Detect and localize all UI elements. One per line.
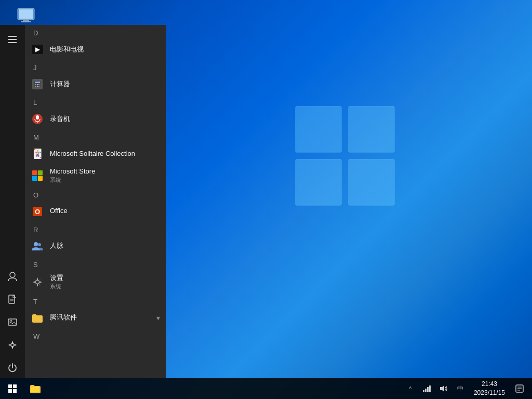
windows-logo-desktop — [293, 104, 397, 208]
taskbar: ^ 中 — [0, 378, 532, 399]
svg-rect-9 — [8, 39, 17, 40]
svg-rect-1 — [349, 107, 394, 152]
this-pc-icon — [16, 7, 36, 24]
app-item-recorder[interactable]: 录音机 — [25, 109, 166, 129]
tencent-label: 腾讯软件 — [50, 313, 77, 322]
svg-point-30 — [34, 242, 38, 246]
app-item-office[interactable]: O Office — [25, 201, 166, 222]
hamburger-icon — [8, 36, 17, 43]
svg-point-16 — [10, 320, 12, 322]
volume-icon — [440, 385, 448, 392]
language-label: 中 — [457, 384, 463, 393]
solitaire-label: Microsoft Solitaire Collection — [50, 150, 135, 158]
section-letter-o: O — [25, 187, 166, 201]
app-item-tencent[interactable]: 腾讯软件 ▾ — [25, 308, 166, 328]
notification-center-button[interactable] — [511, 378, 528, 399]
section-letter-m: M — [25, 129, 166, 143]
svg-rect-33 — [8, 384, 12, 388]
volume-icon-button[interactable] — [436, 378, 451, 399]
settings-app-icon — [31, 276, 44, 288]
svg-rect-37 — [31, 387, 39, 392]
app-item-calculator[interactable]: 计算器 — [25, 74, 166, 95]
start-app-list: D ▶ 电影和电视 J — [25, 25, 166, 378]
svg-rect-39 — [425, 389, 427, 392]
show-hidden-icons-button[interactable]: ^ — [403, 378, 418, 399]
movies-tv-label: 电影和电视 — [50, 45, 84, 54]
time-display: 21:43 — [482, 380, 497, 389]
ms-store-label: Microsoft Store — [50, 167, 95, 176]
file-icon — [8, 295, 17, 304]
user-icon — [8, 272, 17, 281]
svg-point-21 — [37, 84, 38, 85]
start-button[interactable] — [0, 378, 25, 399]
solitaire-icon: 🃏 — [31, 148, 44, 160]
svg-marker-42 — [440, 385, 444, 392]
svg-point-23 — [35, 86, 36, 87]
svg-point-20 — [35, 84, 36, 85]
tencent-folder-icon — [31, 312, 44, 324]
hamburger-menu-button[interactable] — [2, 29, 23, 50]
svg-text:O: O — [35, 208, 40, 216]
app-item-ms-store[interactable]: Microsoft Store 系统 — [25, 164, 166, 187]
settings-sidebar-button[interactable] — [2, 335, 23, 355]
svg-rect-35 — [8, 389, 12, 393]
photos-button[interactable] — [2, 312, 23, 332]
chevron-icon: ^ — [409, 386, 412, 392]
people-icon — [31, 240, 44, 252]
settings-label: 设置 — [50, 274, 63, 283]
svg-rect-7 — [21, 21, 31, 22]
svg-point-11 — [10, 272, 15, 277]
svg-rect-15 — [8, 319, 17, 325]
svg-point-31 — [38, 243, 41, 246]
documents-button[interactable] — [2, 289, 23, 310]
section-letter-t: T — [25, 294, 166, 308]
app-item-settings[interactable]: 设置 系统 — [25, 271, 166, 294]
svg-rect-19 — [35, 82, 40, 83]
office-icon: O — [31, 205, 44, 218]
svg-rect-5 — [19, 9, 33, 19]
svg-rect-10 — [8, 42, 17, 43]
language-indicator[interactable]: 中 — [453, 378, 468, 399]
tencent-expand-icon: ▾ — [156, 314, 160, 322]
people-label: 人脉 — [50, 242, 63, 250]
calculator-icon — [31, 78, 44, 90]
ms-store-icon — [31, 169, 44, 182]
app-item-people[interactable]: 人脉 — [25, 236, 166, 257]
start-menu: D ▶ 电影和电视 J — [0, 25, 166, 378]
svg-rect-6 — [23, 20, 29, 21]
svg-rect-0 — [296, 107, 341, 152]
desktop: 此电脑 — [0, 0, 532, 399]
power-button[interactable] — [2, 357, 23, 378]
svg-point-22 — [38, 84, 39, 85]
network-icon — [423, 385, 431, 392]
section-letter-d: D — [25, 25, 166, 39]
file-explorer-taskbar-button[interactable] — [25, 378, 46, 399]
network-icon-button[interactable] — [420, 378, 434, 399]
photo-icon — [8, 318, 17, 326]
file-explorer-icon — [30, 384, 41, 393]
section-letter-w: W — [25, 328, 166, 342]
section-letter-s: S — [25, 257, 166, 271]
start-sidebar — [0, 25, 25, 378]
svg-rect-34 — [13, 384, 17, 388]
user-account-button[interactable] — [2, 266, 23, 287]
ms-store-sub: 系统 — [50, 176, 95, 184]
svg-rect-41 — [429, 385, 431, 392]
svg-rect-40 — [427, 387, 429, 392]
office-label: Office — [50, 207, 68, 216]
app-item-movies-tv[interactable]: ▶ 电影和电视 — [25, 39, 166, 60]
svg-rect-38 — [423, 390, 424, 392]
power-icon — [8, 363, 17, 373]
recorder-label: 录音机 — [50, 115, 70, 124]
svg-rect-3 — [349, 159, 394, 205]
date-display: 2023/11/15 — [474, 389, 505, 397]
movies-tv-icon: ▶ — [31, 43, 44, 56]
gear-icon — [8, 340, 17, 350]
settings-sub: 系统 — [50, 283, 63, 290]
clock-button[interactable]: 21:43 2023/11/15 — [470, 378, 509, 399]
notification-icon — [515, 384, 524, 393]
app-item-solitaire[interactable]: 🃏 Microsoft Solitaire Collection — [25, 143, 166, 164]
svg-rect-36 — [13, 389, 17, 393]
windows-logo-icon — [8, 384, 17, 393]
calculator-label: 计算器 — [50, 80, 70, 89]
